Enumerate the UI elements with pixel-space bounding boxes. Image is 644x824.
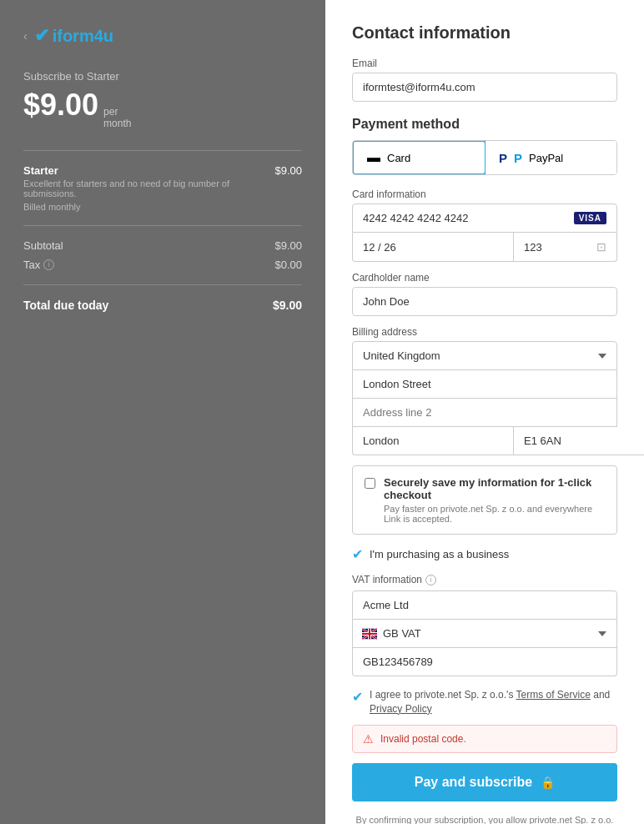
- terms-row: ✔ I agree to privote.net Sp. z o.o.'s Te…: [352, 688, 617, 716]
- save-info-box: Securely save my information for 1-click…: [352, 465, 617, 535]
- error-icon: ⚠: [363, 732, 374, 746]
- card-tab-label: Card: [387, 152, 410, 164]
- card-cvc-input[interactable]: [524, 241, 574, 254]
- email-section: Email: [352, 58, 617, 102]
- address-line2-input[interactable]: [352, 399, 617, 427]
- payment-method-title: Payment method: [352, 117, 617, 132]
- save-info-desc: Pay faster on privote.net Sp. z o.o. and…: [384, 504, 605, 524]
- paypal-icon: P: [499, 151, 507, 165]
- logo-text: iform4u: [53, 27, 113, 46]
- tax-value: $0.00: [274, 259, 302, 271]
- right-panel: Contact information Email Payment method…: [325, 0, 644, 824]
- save-info-title: Securely save my information for 1-click…: [384, 476, 605, 501]
- card-info-label: Card information: [352, 188, 617, 200]
- card-info-section: Card information VISA ⊡: [352, 188, 617, 262]
- cvc-icon: ⊡: [596, 240, 606, 254]
- vat-country-select[interactable]: GB VAT: [352, 620, 617, 648]
- email-input[interactable]: [352, 73, 617, 102]
- error-text: Invalid postal code.: [380, 733, 466, 745]
- card-bottom-row: ⊡: [352, 233, 617, 262]
- total-row: Total due today $9.00: [23, 299, 302, 312]
- line-item-name: Starter: [23, 164, 274, 177]
- total-value: $9.00: [273, 299, 302, 312]
- paypal-tab-label: PayPal: [529, 152, 563, 164]
- subtotal-label: Subtotal: [23, 239, 63, 252]
- card-number-row: VISA: [352, 203, 617, 233]
- logo-iform: iform: [53, 27, 94, 45]
- billing-section: Billing address United Kingdom: [352, 326, 617, 455]
- card-tab[interactable]: ▬ Card: [352, 140, 486, 175]
- subscribe-label: Subscribe to Starter: [23, 70, 302, 83]
- price-row: $9.00 permonth: [23, 88, 302, 130]
- save-info-checkbox[interactable]: [365, 478, 375, 489]
- card-cvc-row: ⊡: [513, 233, 617, 262]
- logo-check-icon: ✔: [34, 25, 49, 47]
- card-expiry-input[interactable]: [352, 233, 513, 262]
- logo: ✔ iform4u: [34, 25, 113, 47]
- line-item-price: $9.00: [274, 164, 302, 177]
- logo-4u: 4u: [94, 27, 113, 45]
- vat-country-wrapper: GB VAT: [352, 620, 617, 648]
- subscribe-btn-label: Pay and subscribe: [415, 775, 532, 790]
- city-input[interactable]: [352, 427, 513, 455]
- cardholder-label: Cardholder name: [352, 272, 617, 284]
- vat-company-input[interactable]: [352, 590, 617, 620]
- card-icon: ▬: [367, 150, 380, 165]
- line-item-desc: Excellent for starters and no need of bi…: [23, 178, 274, 198]
- address-line1-input[interactable]: [352, 370, 617, 399]
- city-postal-row: [352, 427, 617, 455]
- contact-title: Contact information: [352, 23, 617, 43]
- total-label: Total due today: [23, 299, 108, 312]
- tax-row: Tax i $0.00: [23, 259, 302, 271]
- logo-area: ‹ ✔ iform4u: [23, 25, 302, 47]
- terms-text: I agree to privote.net Sp. z o.o.'s Term…: [370, 688, 617, 716]
- terms-link[interactable]: Terms of Service: [516, 689, 591, 701]
- lock-icon: 🔒: [541, 776, 555, 789]
- business-check-row: ✔ I'm purchasing as a business: [352, 546, 617, 562]
- price-amount: $9.00: [23, 88, 98, 123]
- subtotal-row: Subtotal $9.00: [23, 239, 302, 252]
- line-item-billed: Billed monthly: [23, 202, 274, 212]
- vat-section: VAT information i GB VAT: [352, 574, 617, 676]
- vat-title: VAT information i: [352, 574, 617, 585]
- subtotal-value: $9.00: [274, 239, 302, 252]
- vat-info-icon[interactable]: i: [425, 575, 436, 585]
- left-panel: ‹ ✔ iform4u Subscribe to Starter $9.00 p…: [0, 0, 325, 824]
- cardholder-section: Cardholder name: [352, 272, 617, 316]
- postal-input[interactable]: [513, 427, 644, 455]
- business-label: I'm purchasing as a business: [370, 548, 509, 560]
- line-item: Starter Excellent for starters and no ne…: [23, 164, 302, 212]
- back-button[interactable]: ‹: [23, 29, 28, 43]
- business-check-icon: ✔: [352, 546, 363, 562]
- price-period: permonth: [103, 106, 131, 130]
- billing-label: Billing address: [352, 326, 617, 338]
- terms-check-icon: ✔: [352, 689, 363, 705]
- vat-number-input[interactable]: [352, 648, 617, 676]
- cardholder-input[interactable]: [352, 287, 617, 316]
- card-number-input[interactable]: [363, 212, 574, 224]
- paypal-icon2: P: [514, 151, 522, 165]
- tax-info-icon[interactable]: i: [43, 259, 54, 270]
- email-label: Email: [352, 58, 617, 69]
- country-select[interactable]: United Kingdom: [352, 341, 617, 370]
- subscribe-button[interactable]: Pay and subscribe 🔒: [352, 763, 617, 801]
- error-box: ⚠ Invalid postal code.: [352, 725, 617, 753]
- visa-badge: VISA: [574, 212, 606, 224]
- paypal-tab[interactable]: PP PayPal: [486, 141, 616, 174]
- privacy-link[interactable]: Privacy Policy: [370, 703, 432, 715]
- confirm-text: By confirming your subscription, you all…: [352, 813, 617, 824]
- payment-methods: ▬ Card PP PayPal: [352, 140, 617, 175]
- tax-label: Tax i: [23, 259, 54, 271]
